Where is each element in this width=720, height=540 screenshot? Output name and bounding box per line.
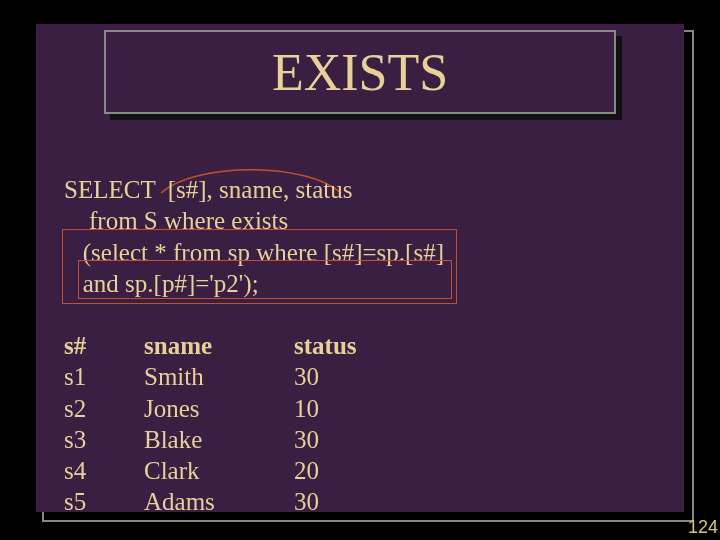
- cell: 30: [294, 424, 394, 455]
- cell: s4: [64, 455, 144, 486]
- sql-line-4: and sp.[p#]='p2');: [64, 268, 444, 299]
- cell: Adams: [144, 486, 294, 517]
- sql-query: SELECT [s#], sname, status from S where …: [64, 174, 444, 299]
- cell: Smith: [144, 361, 294, 392]
- sql-line-1: SELECT [s#], sname, status: [64, 174, 444, 205]
- table-row: s5 Adams 30: [64, 486, 394, 517]
- sql-line-2: from S where exists: [64, 205, 444, 236]
- header-sname: sname: [144, 330, 294, 361]
- cell: s5: [64, 486, 144, 517]
- title-box: EXISTS: [104, 30, 616, 114]
- table-row: s3 Blake 30: [64, 424, 394, 455]
- slide-title: EXISTS: [272, 43, 448, 102]
- header-s: s#: [64, 330, 144, 361]
- table-header: s# sname status: [64, 330, 394, 361]
- page-number: 124: [688, 517, 718, 538]
- cell: 10: [294, 393, 394, 424]
- cell: s1: [64, 361, 144, 392]
- slide: EXISTS SELECT [s#], sname, status from S…: [36, 24, 684, 512]
- cell: s3: [64, 424, 144, 455]
- cell: s2: [64, 393, 144, 424]
- cell: Clark: [144, 455, 294, 486]
- cell: 30: [294, 486, 394, 517]
- sql-line-3: (select * from sp where [s#]=sp.[s#]: [64, 237, 444, 268]
- result-table: s# sname status s1 Smith 30 s2 Jones 10 …: [64, 330, 394, 518]
- cell: Jones: [144, 393, 294, 424]
- cell: 20: [294, 455, 394, 486]
- cell: Blake: [144, 424, 294, 455]
- table-row: s2 Jones 10: [64, 393, 394, 424]
- cell: 30: [294, 361, 394, 392]
- table-row: s1 Smith 30: [64, 361, 394, 392]
- table-row: s4 Clark 20: [64, 455, 394, 486]
- header-status: status: [294, 330, 394, 361]
